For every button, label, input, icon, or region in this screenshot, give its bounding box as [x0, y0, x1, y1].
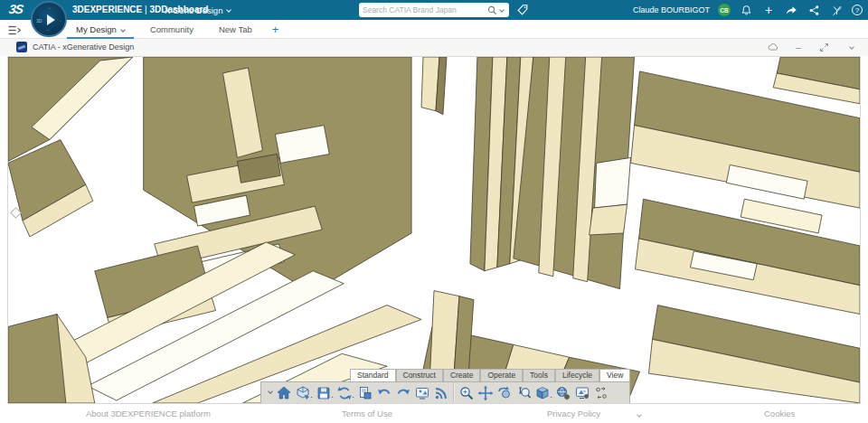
redo-button[interactable]	[393, 383, 412, 404]
cloud-status-icon[interactable]	[767, 41, 779, 53]
dashboard-tab-bar: My DesignCommunityNew Tab+	[0, 20, 868, 39]
footer-link-privacy-policy[interactable]: Privacy Policy	[547, 409, 600, 418]
share-screen-button[interactable]	[412, 383, 431, 404]
user-zone: Claude BOURBIGOT CB + ?	[633, 0, 863, 20]
3dexperience-compass-icon[interactable]: ◦3D ◦◦	[31, 1, 67, 37]
generative-design-model[interactable]	[8, 57, 860, 403]
section-construct[interactable]: Construct	[396, 369, 443, 381]
panel-toggle-icon[interactable]	[7, 24, 22, 40]
save-dropdown-dot[interactable]: ·	[331, 392, 334, 401]
footer-links: About 3DEXPERIENCE platformTerms of UseP…	[0, 404, 868, 423]
3d-viewport[interactable]: StandardConstructCreateOperateToolsLifec…	[7, 56, 861, 404]
share-network-icon[interactable]	[807, 3, 821, 17]
search-icon[interactable]	[487, 5, 497, 15]
global-search	[359, 3, 509, 17]
catia-app-icon	[16, 42, 27, 52]
avatar[interactable]: CB	[718, 4, 731, 16]
tabs-container: My DesignCommunityNew Tab+	[63, 20, 286, 39]
search-options-chevron-icon[interactable]	[499, 7, 505, 13]
zoom-area-button[interactable]	[514, 383, 533, 404]
action-bar-sections: StandardConstructCreateOperateToolsLifec…	[350, 369, 630, 381]
visibility-swap-button[interactable]	[591, 383, 610, 404]
view-cube-button[interactable]	[533, 383, 552, 404]
section-operate[interactable]: Operate	[480, 369, 523, 381]
export-3d-button[interactable]	[293, 383, 312, 404]
3dexperience-app: 3S ◦3D ◦◦ 3DEXPERIENCE | 3DDashboard X G…	[0, 0, 868, 423]
section-create[interactable]: Create	[443, 369, 481, 381]
compass-play-icon	[47, 14, 55, 25]
rotate-button[interactable]	[495, 383, 514, 404]
model-face[interactable]	[590, 204, 627, 235]
notifications-bell-icon[interactable]	[739, 3, 753, 17]
footer-link-cookies[interactable]: Cookies	[764, 409, 795, 418]
add-content-button[interactable]: +	[761, 3, 776, 17]
share-forward-icon[interactable]	[784, 3, 798, 17]
tab-my-design[interactable]: My Design	[63, 20, 137, 39]
section-view[interactable]: View	[599, 369, 630, 381]
home-button[interactable]	[274, 383, 293, 404]
maximize-button[interactable]	[817, 41, 830, 53]
zoom-fit-button[interactable]	[457, 383, 476, 404]
help-icon[interactable]: ?	[852, 5, 863, 15]
section-lifecycle[interactable]: Lifecycle	[555, 369, 599, 381]
footer-link-terms-of-use[interactable]: Terms of Use	[342, 409, 392, 418]
new-tab-button[interactable]: +	[265, 20, 287, 39]
view-cube-dropdown-dot[interactable]: ·	[550, 392, 552, 401]
footer-link-about-3dexperience-platform[interactable]: About 3DEXPERIENCE platform	[86, 409, 211, 418]
app-title-bar: CATIA - xGenerative Design –	[0, 39, 868, 56]
collapse-window-chevron-icon[interactable]	[843, 41, 855, 53]
dassault-3ds-logo[interactable]: 3S	[8, 2, 24, 16]
chevron-down-icon	[637, 412, 642, 418]
brand-3dexperience: 3DEXPERIENCE	[72, 5, 142, 14]
dashboard-context-selector[interactable]: X Gene Design	[165, 5, 231, 15]
tab-community[interactable]: Community	[137, 20, 206, 39]
chevron-down-icon	[227, 7, 232, 13]
section-standard[interactable]: Standard	[350, 369, 396, 381]
rss-feed-button[interactable]	[431, 383, 450, 404]
toolbar-separator	[453, 384, 454, 402]
model-face[interactable]	[595, 157, 631, 208]
undo-button[interactable]	[374, 383, 393, 404]
export-dropdown-dot[interactable]: ·	[310, 392, 313, 401]
tab-new-tab[interactable]: New Tab	[206, 20, 265, 39]
sync-button[interactable]	[335, 383, 354, 404]
action-bar-tools: · · ·	[260, 381, 630, 404]
3ds-brand-y-icon[interactable]	[829, 3, 844, 17]
action-bar: StandardConstructCreateOperateToolsLifec…	[260, 369, 630, 404]
search-input[interactable]	[363, 5, 487, 14]
paste-special-button[interactable]	[355, 383, 374, 404]
tag-icon[interactable]	[516, 4, 529, 20]
render-style-button[interactable]	[553, 383, 572, 404]
display-settings-button[interactable]	[572, 383, 591, 404]
pan-button[interactable]	[476, 383, 495, 404]
top-bar: 3S ◦3D ◦◦ 3DEXPERIENCE | 3DDashboard X G…	[0, 0, 868, 20]
user-name[interactable]: Claude BOURBIGOT	[633, 5, 710, 14]
minimize-button[interactable]: –	[792, 41, 805, 53]
window-title: CATIA - xGenerative Design	[33, 42, 134, 52]
chevron-down-icon	[120, 27, 126, 33]
save-button[interactable]	[314, 383, 333, 404]
sync-dropdown-dot[interactable]: ·	[352, 392, 354, 401]
toolbar-collapse-chevron-icon[interactable]	[264, 382, 272, 399]
section-tools[interactable]: Tools	[523, 369, 555, 381]
